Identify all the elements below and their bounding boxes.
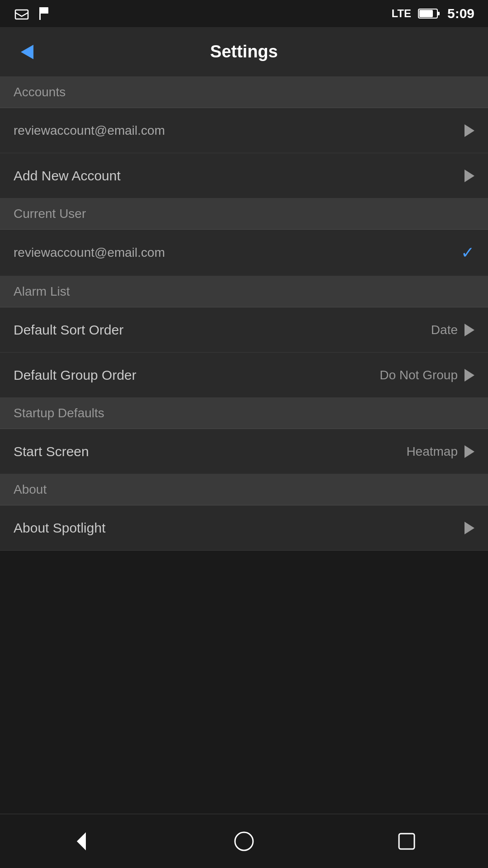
list-item-review-account[interactable]: reviewaccount@email.com [0, 108, 488, 153]
back-arrow-icon [21, 45, 33, 59]
default-sort-order-value: Date [431, 323, 458, 337]
section-accounts-label: Accounts [14, 85, 66, 99]
default-group-order-right: Do Not Group [380, 368, 474, 382]
section-alarm-list-label: Alarm List [14, 284, 70, 298]
svg-rect-2 [39, 7, 41, 20]
svg-point-7 [235, 832, 253, 850]
battery-icon [418, 8, 441, 19]
chevron-right-icon [465, 522, 474, 534]
nav-recent-button[interactable] [384, 823, 429, 859]
list-item-default-group-order[interactable]: Default Group Order Do Not Group [0, 353, 488, 398]
status-bar-left [14, 5, 51, 22]
about-spotlight-right [465, 522, 474, 534]
nav-recent-icon [395, 830, 418, 853]
default-group-order-label: Default Group Order [14, 368, 136, 383]
list-item-start-screen[interactable]: Start Screen Heatmap [0, 429, 488, 474]
section-current-user: Current User [0, 198, 488, 230]
chevron-right-icon [465, 324, 474, 336]
flag-icon [37, 5, 51, 22]
chevron-right-icon [465, 124, 474, 137]
section-accounts: Accounts [0, 77, 488, 108]
status-bar: LTE 5:09 [0, 0, 488, 27]
nav-back-button[interactable] [59, 823, 104, 859]
section-about-label: About [14, 482, 47, 496]
chevron-right-icon [465, 369, 474, 382]
notification-icon [14, 5, 30, 22]
page-title: Settings [41, 42, 447, 61]
start-screen-value: Heatmap [406, 444, 458, 459]
start-screen-label: Start Screen [14, 444, 89, 459]
chevron-right-icon [465, 445, 474, 458]
start-screen-right: Heatmap [406, 444, 474, 459]
review-account-email: reviewaccount@email.com [14, 123, 165, 138]
section-startup-defaults: Startup Defaults [0, 398, 488, 429]
chevron-right-icon [465, 170, 474, 182]
svg-rect-4 [437, 12, 440, 15]
svg-rect-5 [419, 10, 433, 17]
section-current-user-label: Current User [14, 207, 86, 221]
nav-home-button[interactable] [221, 823, 267, 859]
list-item-current-user-email[interactable]: reviewaccount@email.com ✓ [0, 230, 488, 276]
add-account-label: Add New Account [14, 168, 121, 184]
list-item-about-spotlight[interactable]: About Spotlight [0, 505, 488, 551]
checkmark-icon: ✓ [461, 243, 474, 262]
nav-home-icon [233, 830, 255, 853]
list-item-add-account[interactable]: Add New Account [0, 153, 488, 198]
default-sort-order-right: Date [431, 323, 474, 337]
lte-indicator: LTE [391, 7, 411, 20]
navigation-bar [0, 814, 488, 868]
default-group-order-value: Do Not Group [380, 368, 458, 382]
review-account-right [465, 124, 474, 137]
svg-marker-6 [77, 832, 86, 850]
default-sort-order-label: Default Sort Order [14, 322, 123, 338]
current-user-right: ✓ [461, 243, 474, 262]
section-alarm-list: Alarm List [0, 276, 488, 307]
svg-rect-8 [399, 834, 414, 849]
add-account-right [465, 170, 474, 182]
svg-rect-0 [15, 10, 28, 19]
section-startup-defaults-label: Startup Defaults [14, 406, 104, 420]
status-bar-right: LTE 5:09 [391, 6, 474, 21]
current-user-email: reviewaccount@email.com [14, 245, 165, 260]
section-about: About [0, 474, 488, 505]
header: Settings [0, 27, 488, 77]
nav-back-icon [68, 828, 95, 855]
list-item-default-sort-order[interactable]: Default Sort Order Date [0, 307, 488, 353]
back-button[interactable] [14, 38, 41, 66]
status-time: 5:09 [447, 6, 474, 21]
about-spotlight-label: About Spotlight [14, 520, 105, 536]
